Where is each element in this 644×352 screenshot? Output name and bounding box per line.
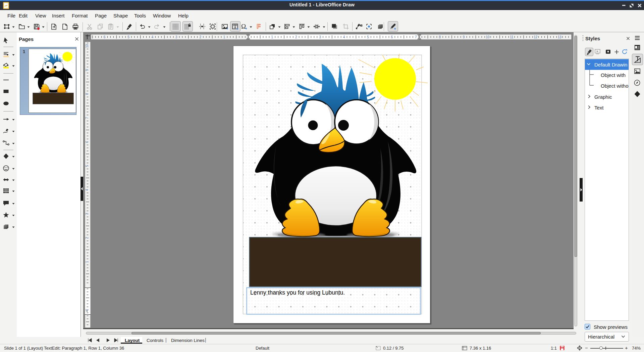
svg-text:F: F	[257, 23, 261, 30]
svg-text:10: 10	[85, 44, 89, 48]
svg-text:2: 2	[295, 35, 297, 39]
svg-text:4: 4	[85, 189, 89, 191]
svg-text:7: 7	[85, 117, 89, 119]
svg-text:8: 8	[439, 35, 441, 39]
svg-text:5: 5	[85, 165, 89, 167]
svg-text:5: 5	[367, 35, 369, 39]
svg-text:1: 1	[271, 35, 273, 39]
svg-text:1: 1	[223, 35, 225, 39]
svg-text:5: 5	[127, 35, 129, 39]
svg-text:4: 4	[152, 35, 154, 39]
svg-text:3: 3	[319, 35, 321, 39]
svg-text:8: 8	[85, 93, 89, 95]
svg-text:2: 2	[199, 35, 201, 39]
svg-text:10: 10	[486, 35, 490, 39]
svg-text:9: 9	[463, 35, 465, 39]
svg-text:11: 11	[510, 35, 514, 39]
svg-text:3: 3	[85, 213, 89, 215]
svg-text:6: 6	[391, 35, 393, 39]
svg-text:7: 7	[415, 35, 417, 39]
svg-text:2: 2	[85, 237, 89, 239]
svg-text:9: 9	[85, 69, 89, 71]
svg-text:4: 4	[343, 35, 345, 39]
svg-text:12: 12	[534, 35, 538, 39]
svg-text:6: 6	[85, 141, 89, 143]
svg-text:Lenny thanks you for using Lub: Lenny thanks you for using Lubuntu.	[250, 289, 345, 296]
svg-text:Ω: Ω	[241, 23, 246, 30]
svg-text:13: 13	[558, 35, 562, 39]
svg-text:1: 1	[85, 261, 89, 263]
svg-text:3: 3	[175, 35, 177, 39]
svg-text:6: 6	[104, 35, 106, 39]
